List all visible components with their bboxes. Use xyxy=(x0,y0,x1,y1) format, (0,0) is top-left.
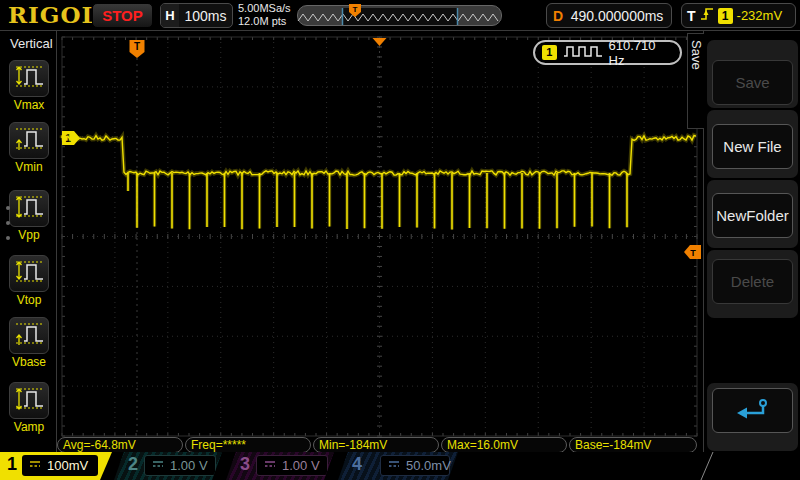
save-menu-panel: Save Save New File NewFolder Delete xyxy=(703,31,800,452)
channel-scale: 100mV xyxy=(47,458,88,473)
vmax-icon xyxy=(12,63,46,95)
memory-zigzag-icon: T xyxy=(298,6,503,30)
channel-scale: 50.0mV xyxy=(406,458,451,473)
channel-1-status[interactable]: 1 100mV xyxy=(0,452,112,480)
vamp-icon xyxy=(12,385,46,417)
menu-page-dot xyxy=(6,206,10,210)
menu-item-label: Vmax xyxy=(9,98,49,112)
menu-item-vbase[interactable]: Vbase xyxy=(9,317,49,369)
menu-item-label: Vamp xyxy=(9,420,49,434)
run-stop-status-button[interactable]: STOP xyxy=(92,3,153,28)
menu-item-label: Vbase xyxy=(9,355,49,369)
channel-scale-box: 1.00 V xyxy=(144,455,216,476)
counter-value: 610.710 Hz xyxy=(609,38,673,68)
menu-page-dot xyxy=(6,221,10,225)
channel-scale-box: 1.00 V xyxy=(256,455,328,476)
channel-scale-box: 50.0mV xyxy=(380,455,450,476)
new-folder-button[interactable]: NewFolder xyxy=(712,193,793,238)
channel-number: 3 xyxy=(240,454,250,475)
measurement-avg: Avg=-64.8mV xyxy=(57,437,183,453)
waveform-memory-preview[interactable]: T xyxy=(297,5,502,26)
menu-item-label: Vmin xyxy=(9,160,49,174)
return-arrow-icon xyxy=(732,395,774,426)
menu-item-label: Vtop xyxy=(9,293,49,307)
vmin-icon xyxy=(12,125,46,157)
menu-tab-label: Save xyxy=(689,40,704,70)
sample-rate: 5.00MSa/s xyxy=(238,2,291,15)
vpp-icon xyxy=(12,193,46,225)
menu-item-vpp[interactable]: Vpp xyxy=(9,190,49,242)
timebase-value: 100ms xyxy=(179,8,232,24)
channel-status-bar: 1 100mV 2 1.00 V 3 1.00 V 4 50.0mV xyxy=(0,452,800,480)
channel-number: 2 xyxy=(128,454,138,475)
acquisition-info: 5.00MSa/s 12.0M pts xyxy=(238,2,291,28)
measurement-min: Min=-184mV xyxy=(313,437,439,453)
channel-4-status[interactable]: 4 50.0mV xyxy=(338,452,458,480)
delete-button[interactable]: Delete xyxy=(712,259,793,304)
delay-value: 490.000000ms xyxy=(569,8,665,24)
memory-depth: 12.0M pts xyxy=(238,15,291,28)
measurement-base: Base=-184mV xyxy=(569,437,697,453)
vbase-icon xyxy=(12,320,46,352)
square-wave-icon xyxy=(562,43,604,63)
menu-item-vtop[interactable]: Vtop xyxy=(9,255,49,307)
channel-3-status[interactable]: 3 1.00 V xyxy=(226,452,334,480)
svg-text:T: T xyxy=(690,248,696,258)
graticule-and-trace: TT1 xyxy=(57,31,703,452)
menu-title: Vertical xyxy=(10,36,53,51)
dc-coupling-icon xyxy=(263,458,277,473)
return-button[interactable] xyxy=(712,388,793,433)
timebase-label: H xyxy=(161,4,179,27)
dc-coupling-icon xyxy=(28,458,42,473)
channel-scale-box: 100mV xyxy=(22,455,98,476)
channel-number: 1 xyxy=(7,454,17,475)
measurement-freq: Freq=***** xyxy=(185,437,311,453)
menu-page-dot xyxy=(6,236,10,240)
menu-item-vmax[interactable]: Vmax xyxy=(9,60,49,112)
vtop-icon xyxy=(12,258,46,290)
brand-logo: RIGOL xyxy=(8,1,99,28)
counter-source-chip: 1 xyxy=(542,45,557,60)
trigger-label: T xyxy=(687,8,696,24)
dc-coupling-icon xyxy=(151,458,165,473)
save-button[interactable]: Save xyxy=(712,60,793,105)
menu-item-vamp[interactable]: Vamp xyxy=(9,382,49,434)
new-file-button[interactable]: New File xyxy=(712,124,793,169)
channel-number: 4 xyxy=(352,454,362,475)
dc-coupling-icon xyxy=(387,458,401,473)
frequency-counter: 1 610.710 Hz xyxy=(533,40,682,65)
trigger-level-value: -232mV xyxy=(737,8,783,23)
rising-edge-icon xyxy=(700,5,714,27)
trigger-source-chip: 1 xyxy=(718,8,733,24)
channel-scale: 1.00 V xyxy=(170,458,208,473)
channel-2-status[interactable]: 2 1.00 V xyxy=(114,452,222,480)
measurement-max: Max=16.0mV xyxy=(441,437,567,453)
top-status-bar: RIGOL STOP H 100ms 5.00MSa/s 12.0M pts T… xyxy=(0,0,800,31)
status-divider xyxy=(693,452,715,480)
delay-position-box[interactable]: D 490.000000ms xyxy=(546,3,672,28)
delay-label: D xyxy=(553,8,563,24)
menu-item-label: Vpp xyxy=(9,228,49,242)
menu-item-vmin[interactable]: Vmin xyxy=(9,122,49,174)
horizontal-timebase-box[interactable]: H 100ms xyxy=(160,3,233,28)
menu-tab: Save xyxy=(687,33,704,129)
waveform-display-area: TT1 1 610.710 Hz xyxy=(57,31,703,452)
channel-scale: 1.00 V xyxy=(282,458,320,473)
svg-text:T: T xyxy=(134,41,140,52)
trigger-status-box[interactable]: T 1 -232mV xyxy=(681,3,796,28)
measure-menu-panel: Vertical Vmax Vmin Vpp Vtop Vbase Vamp xyxy=(0,31,57,452)
svg-text:T: T xyxy=(353,5,358,14)
